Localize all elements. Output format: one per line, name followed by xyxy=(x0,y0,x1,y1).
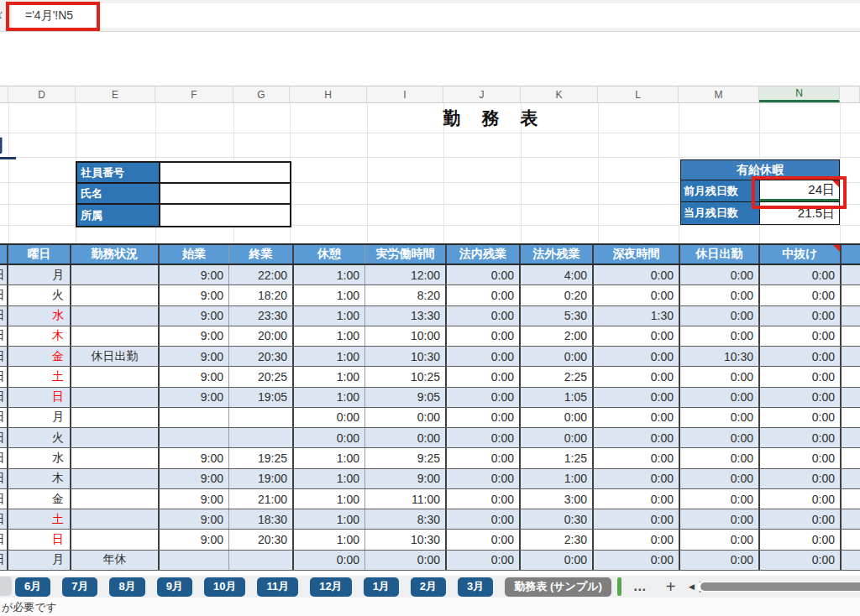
add-sheet-button[interactable]: + xyxy=(666,577,676,597)
column-header-D[interactable]: D xyxy=(8,86,76,102)
time-cell[interactable]: 10:00 xyxy=(365,326,447,346)
time-cell[interactable]: 0:00 xyxy=(594,509,680,529)
time-cell[interactable]: 1:00 xyxy=(294,326,365,346)
status-cell[interactable] xyxy=(71,326,160,346)
date-fragment[interactable]: 日 xyxy=(0,530,8,549)
time-cell[interactable]: 0:00 xyxy=(594,428,680,447)
time-cell[interactable]: 13:30 xyxy=(365,306,447,326)
formula-input[interactable]: ='4月'!N5 xyxy=(12,3,860,28)
status-cell[interactable] xyxy=(71,408,160,427)
time-cell[interactable]: 0:00 xyxy=(594,469,680,488)
date-fragment[interactable]: 日 xyxy=(0,326,8,346)
status-cell[interactable] xyxy=(71,448,160,467)
time-cell[interactable]: 0:00 xyxy=(594,489,680,509)
time-cell[interactable] xyxy=(160,551,229,570)
time-cell[interactable]: 0:00 xyxy=(680,367,760,386)
timesheet-header-3[interactable]: 始業 xyxy=(160,245,229,264)
time-cell[interactable]: 0:00 xyxy=(760,285,842,305)
time-cell[interactable]: 20:25 xyxy=(229,367,294,386)
time-cell[interactable]: 9:00 xyxy=(160,530,229,549)
day-cell[interactable]: 日 xyxy=(8,530,71,549)
timesheet-header-10[interactable]: 休日出勤 xyxy=(680,245,760,264)
day-cell[interactable]: 月 xyxy=(8,551,71,570)
time-cell[interactable]: 0:00 xyxy=(680,265,760,285)
status-cell[interactable] xyxy=(71,306,160,326)
employee-id-label[interactable]: 社員番号 xyxy=(77,163,160,182)
status-cell[interactable] xyxy=(71,469,160,488)
time-cell[interactable]: 9:00 xyxy=(365,469,447,488)
time-cell[interactable]: 10:30 xyxy=(365,347,447,366)
time-cell[interactable]: 9:00 xyxy=(160,306,229,326)
date-fragment[interactable]: 日 xyxy=(0,388,8,407)
time-cell[interactable]: 0:00 xyxy=(447,265,521,285)
time-cell[interactable]: 0:00 xyxy=(521,347,594,366)
status-cell[interactable] xyxy=(71,489,160,509)
time-cell[interactable]: 22:00 xyxy=(229,265,294,285)
date-fragment[interactable]: 日 xyxy=(0,367,8,386)
status-cell[interactable] xyxy=(71,428,160,447)
time-cell[interactable]: 0:00 xyxy=(680,388,760,407)
time-cell[interactable] xyxy=(160,408,229,427)
time-cell[interactable]: 0:00 xyxy=(760,448,842,467)
time-cell[interactable]: 0:00 xyxy=(447,408,521,427)
time-cell[interactable]: 9:00 xyxy=(160,469,229,488)
time-cell[interactable]: 0:00 xyxy=(680,326,760,346)
date-fragment[interactable]: 日 xyxy=(0,509,8,529)
time-cell[interactable]: 0:00 xyxy=(680,489,760,509)
scroll-left-icon[interactable]: ◀ xyxy=(689,582,697,591)
time-cell[interactable]: 9:00 xyxy=(160,489,229,509)
time-cell[interactable]: 0:00 xyxy=(680,428,760,447)
time-cell[interactable]: 18:20 xyxy=(229,285,294,305)
time-cell[interactable]: 1:05 xyxy=(521,388,594,407)
employee-name-value[interactable] xyxy=(160,184,290,203)
time-cell[interactable]: 20:30 xyxy=(229,530,294,549)
column-header-J[interactable]: J xyxy=(443,86,521,102)
status-cell[interactable] xyxy=(71,285,160,305)
time-cell[interactable]: 0:00 xyxy=(447,509,521,529)
time-cell[interactable]: 0:00 xyxy=(594,530,680,549)
time-cell[interactable] xyxy=(229,551,294,570)
time-cell[interactable]: 1:00 xyxy=(294,265,365,285)
timesheet-header-8[interactable]: 法外残業 xyxy=(521,245,594,264)
time-cell[interactable]: 0:00 xyxy=(760,326,842,346)
status-cell[interactable] xyxy=(71,367,160,386)
time-cell[interactable]: 0:00 xyxy=(680,285,760,305)
time-cell[interactable]: 0:00 xyxy=(594,367,680,386)
time-cell[interactable]: 0:00 xyxy=(760,428,842,447)
time-cell[interactable]: 0:00 xyxy=(294,408,365,427)
time-cell[interactable]: 0:00 xyxy=(680,408,760,427)
column-header-L[interactable]: L xyxy=(598,86,679,102)
employee-dept-label[interactable]: 所属 xyxy=(77,205,160,226)
column-header-I[interactable]: I xyxy=(367,86,443,102)
time-cell[interactable]: 0:20 xyxy=(521,285,594,305)
time-cell[interactable]: 0:00 xyxy=(760,469,842,488)
scrollbar-thumb[interactable] xyxy=(700,582,860,591)
tab-month-3月[interactable]: 3月 xyxy=(458,577,493,597)
time-cell[interactable]: 1:00 xyxy=(294,285,365,305)
time-cell[interactable] xyxy=(229,408,294,427)
time-cell[interactable]: 0:00 xyxy=(365,428,447,447)
day-cell[interactable]: 日 xyxy=(8,388,71,407)
day-cell[interactable]: 火 xyxy=(8,285,71,305)
time-cell[interactable]: 9:00 xyxy=(160,285,229,305)
time-cell[interactable]: 0:00 xyxy=(447,347,521,366)
time-cell[interactable]: 0:00 xyxy=(365,408,447,427)
status-cell[interactable]: 休日出勤 xyxy=(71,347,160,366)
time-cell[interactable]: 9:00 xyxy=(160,326,229,346)
tab-month-10月[interactable]: 10月 xyxy=(204,577,245,597)
column-header-H[interactable]: H xyxy=(290,86,367,102)
time-cell[interactable]: 0:00 xyxy=(760,347,842,366)
time-cell[interactable]: 9:00 xyxy=(160,388,229,407)
time-cell[interactable]: 2:30 xyxy=(521,530,594,549)
time-cell[interactable]: 5:30 xyxy=(521,306,594,326)
timesheet-header-2[interactable]: 勤務状況 xyxy=(71,245,160,264)
scrollbar-track[interactable] xyxy=(697,582,860,592)
column-header-G[interactable]: G xyxy=(233,86,290,102)
more-tabs-button[interactable]: … xyxy=(633,579,648,594)
time-cell[interactable]: 3:00 xyxy=(521,489,594,509)
time-cell[interactable]: 0:30 xyxy=(521,509,594,529)
day-cell[interactable]: 月 xyxy=(8,408,71,427)
time-cell[interactable]: 0:00 xyxy=(760,509,842,529)
time-cell[interactable]: 20:00 xyxy=(229,326,294,346)
employee-dept-value[interactable] xyxy=(160,205,290,226)
